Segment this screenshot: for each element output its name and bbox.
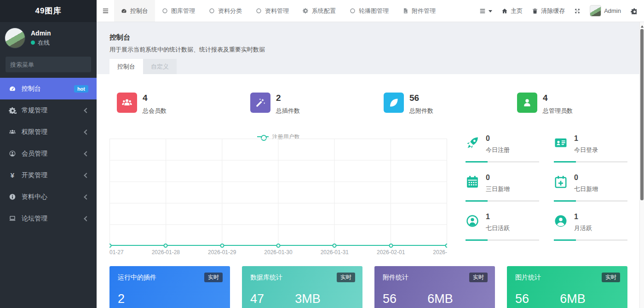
x-tick-label: 2026-01-27	[109, 249, 124, 256]
scroll-up-arrow-icon[interactable]	[641, 24, 644, 28]
sidebar-item-data-center[interactable]: 资料中心	[0, 186, 97, 208]
avatar	[590, 5, 601, 17]
quick-stat-month-active: 1 月活跃	[554, 213, 632, 252]
stat-label: 总会员数	[143, 107, 167, 115]
stat-value: 4	[143, 93, 167, 103]
stat-value: 2	[276, 93, 300, 103]
settings-button[interactable]	[630, 8, 637, 14]
tab-dashboard[interactable]: 控制台	[109, 59, 143, 74]
sidebar-item-forum[interactable]: 论坛管理	[0, 208, 97, 229]
expand-icon	[574, 8, 581, 14]
chevron-left-icon	[84, 194, 89, 199]
topnav-tab-label: 系统配置	[312, 7, 336, 15]
search-input[interactable]	[10, 61, 91, 68]
data-point	[333, 244, 337, 248]
caret-down-icon	[489, 10, 492, 14]
topbar: 控制台 图库管理 资料分类 资料管理 系统配置 轮播图管理 附件管理 主页 清除…	[97, 0, 644, 22]
quick-stat-value: 0	[486, 174, 554, 182]
x-tick-label: 2026-01-29	[208, 249, 236, 256]
tachometer-icon	[8, 85, 17, 92]
sidebar-menu: 控制台 hot 常规管理 权限管理 会员管理 ¥ 开奖管理 资料中心	[0, 78, 97, 229]
users-icon	[8, 128, 17, 135]
realtime-badge: 实时	[337, 273, 355, 282]
topnav-tab-gallery[interactable]: 图库管理	[155, 0, 202, 22]
chevron-left-icon	[84, 129, 89, 134]
card-size: 6MB	[560, 292, 586, 306]
x-tick-label: 2026-02-01	[377, 249, 405, 256]
stat-total-attachments: 56总附件数	[376, 93, 510, 115]
data-point	[220, 244, 224, 248]
quick-stat-label: 七日活跃	[486, 224, 554, 232]
circle-icon	[209, 8, 215, 14]
progress-bar	[466, 239, 539, 241]
card-value: 56	[383, 292, 397, 306]
quick-stat-today-login: 1 今日登录	[554, 134, 632, 174]
clear-cache-button[interactable]: 清除缓存	[532, 7, 565, 15]
x-tick-label: 2026-01-30	[264, 249, 292, 256]
topnav-tab-label: 轮播图管理	[359, 7, 389, 15]
quick-stats: 0 今日注册 1 今日登录 0 三日新增 0 七日新增	[466, 134, 632, 252]
tab-list-dropdown-button[interactable]	[479, 8, 492, 14]
topnav-tab-dashboard[interactable]: 控制台	[114, 0, 155, 22]
magic-wand-icon	[250, 93, 270, 113]
chevron-left-icon	[84, 216, 89, 221]
sidebar-item-general[interactable]: 常规管理	[0, 99, 97, 121]
topnav-tab-label: 资料管理	[265, 7, 289, 15]
realtime-badge: 实时	[469, 273, 488, 282]
profile-menu[interactable]: Admin	[590, 5, 621, 17]
topnav-tab-carousel[interactable]: 轮播图管理	[343, 0, 396, 22]
sidebar-item-dashboard[interactable]: 控制台 hot	[0, 78, 97, 99]
page-subtitle: 用于展示当前系统中的统计数据、统计报表及重要实时数据	[109, 46, 644, 54]
user-status-label: 在线	[38, 39, 50, 47]
legend-marker-icon	[257, 136, 269, 137]
hamburger-icon	[102, 7, 109, 14]
list-icon	[479, 8, 486, 14]
sidebar-item-auth[interactable]: 权限管理	[0, 121, 97, 143]
topnav-tab-material[interactable]: 资料管理	[249, 0, 296, 22]
topnav-tab-category[interactable]: 资料分类	[202, 0, 249, 22]
card-attachment-stats: 附件统计 实时 56 6MB	[374, 266, 495, 308]
x-tick-label: 2026-01-28	[152, 249, 180, 256]
progress-bar	[554, 239, 627, 241]
users-icon	[117, 93, 137, 113]
sidebar-item-label: 权限管理	[22, 128, 80, 136]
sidebar-item-label: 控制台	[22, 85, 69, 93]
stats-row: 4总会员数 2总插件数 56总附件数 4总管理员数	[109, 93, 643, 115]
stat-value: 56	[409, 93, 433, 103]
quick-stat-label: 今日登录	[574, 146, 632, 154]
quick-stat-3day-new: 0 三日新增	[466, 174, 554, 213]
home-icon	[501, 8, 508, 14]
home-button[interactable]: 主页	[501, 7, 523, 15]
user-name: Admin	[31, 29, 51, 37]
progress-bar	[554, 200, 627, 202]
user-avatar[interactable]	[5, 28, 25, 48]
registered-users-chart: 注册用户数 2026-01-27 2026-01-28 2026-01-29 2…	[109, 133, 447, 257]
card-size: 3MB	[295, 292, 321, 306]
sidebar-item-members[interactable]: 会员管理	[0, 143, 97, 164]
user-panel: Admin 在线	[0, 22, 97, 53]
user-circle-icon	[8, 150, 17, 157]
topnav-tab-config[interactable]: 系统配置	[296, 0, 343, 22]
sidebar-item-label: 资料中心	[22, 193, 80, 201]
content-tabs: 控制台 自定义	[109, 59, 177, 74]
stat-value: 4	[543, 93, 573, 103]
card-database-stats: 数据库统计 实时 47 3MB	[242, 266, 362, 308]
sidebar-toggle-button[interactable]	[97, 0, 114, 22]
sidebar-item-lottery[interactable]: ¥ 开奖管理	[0, 164, 97, 186]
clear-cache-label: 清除缓存	[541, 7, 565, 15]
calendar-plus-icon	[554, 175, 568, 189]
topbar-right: 主页 清除缓存 Admin	[479, 0, 644, 22]
fullscreen-button[interactable]	[574, 8, 581, 14]
vertical-scrollbar[interactable]	[639, 22, 644, 308]
data-point	[389, 244, 393, 248]
rocket-icon	[466, 136, 479, 150]
quick-stat-value: 1	[574, 134, 632, 143]
realtime-badge: 实时	[602, 273, 620, 282]
topnav-tab-attachment[interactable]: 附件管理	[396, 0, 443, 22]
card-value: 47	[250, 292, 264, 306]
page-header: 控制台 用于展示当前系统中的统计数据、统计报表及重要实时数据 控制台 自定义	[97, 22, 644, 74]
quick-stat-7day-new: 0 七日新增	[554, 174, 632, 213]
scrollbar-thumb[interactable]	[640, 29, 644, 200]
tab-custom[interactable]: 自定义	[143, 59, 177, 74]
laptop-icon	[8, 215, 17, 222]
